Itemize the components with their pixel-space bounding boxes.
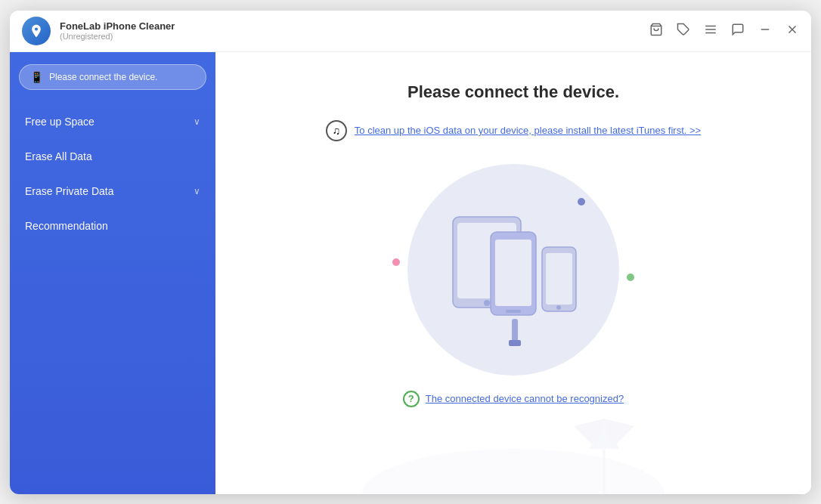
device-btn-label: Please connect the device. — [49, 72, 157, 82]
help-icon: ? — [403, 391, 420, 407]
titlebar-controls — [649, 23, 799, 39]
sidebar-item-erase-all-data[interactable]: Erase All Data — [19, 140, 206, 173]
nav-label-erase-all: Erase All Data — [25, 150, 92, 162]
svg-rect-15 — [546, 253, 572, 305]
menu-icon[interactable] — [704, 23, 717, 39]
background-decoration — [362, 404, 665, 494]
content-area: Please connect the device. ♫ To clean up… — [215, 52, 811, 494]
device-icon: 📱 — [30, 71, 43, 83]
app-title: FoneLab iPhone Cleaner (Unregistered) — [60, 20, 175, 41]
svg-point-16 — [556, 305, 561, 310]
svg-rect-18 — [509, 340, 521, 346]
nav-label-erase-private: Erase Private Data — [25, 185, 114, 197]
titlebar: FoneLab iPhone Cleaner (Unregistered) — [10, 11, 811, 52]
svg-point-10 — [484, 300, 490, 306]
sidebar-item-free-up-space[interactable]: Free up Space ∨ — [19, 105, 206, 138]
itunes-notice: ♫ To clean up the iOS data on your devic… — [326, 120, 701, 141]
sidebar-item-erase-private-data[interactable]: Erase Private Data ∨ — [19, 175, 206, 208]
cart-icon[interactable] — [649, 23, 663, 39]
help-section: ? The connected device cannot be recogni… — [403, 391, 624, 407]
chevron-down-icon: ∨ — [194, 116, 200, 127]
tag-icon[interactable] — [677, 23, 690, 39]
minimize-icon[interactable] — [758, 23, 772, 39]
titlebar-left: FoneLab iPhone Cleaner (Unregistered) — [10, 17, 175, 45]
chat-icon[interactable] — [731, 23, 745, 39]
itunes-icon: ♫ — [326, 120, 347, 141]
svg-rect-12 — [495, 240, 531, 306]
svg-rect-17 — [512, 319, 518, 342]
nav-label-free-up: Free up Space — [25, 116, 94, 128]
svg-rect-13 — [506, 310, 521, 313]
app-icon — [22, 17, 51, 45]
sidebar: 📱 Please connect the device. Free up Spa… — [10, 52, 215, 494]
svg-point-19 — [362, 449, 665, 494]
app-window: FoneLab iPhone Cleaner (Unregistered) — [10, 11, 811, 494]
dot-pink — [392, 258, 400, 266]
sidebar-item-recommendation[interactable]: Recommendation — [19, 209, 206, 243]
illustration — [370, 164, 657, 376]
help-link[interactable]: The connected device cannot be recognize… — [426, 393, 624, 404]
page-title: Please connect the device. — [407, 82, 619, 102]
chevron-down-icon-2: ∨ — [194, 186, 200, 196]
dot-green — [627, 274, 634, 281]
device-connect-button[interactable]: 📱 Please connect the device. — [19, 64, 206, 90]
devices-illustration — [430, 202, 596, 353]
app-title-name: FoneLab iPhone Cleaner — [60, 20, 175, 32]
itunes-link[interactable]: To clean up the iOS data on your device,… — [355, 125, 701, 136]
nav-label-recommendation: Recommendation — [25, 220, 108, 232]
app-title-sub: (Unregistered) — [60, 32, 175, 41]
main-content: 📱 Please connect the device. Free up Spa… — [10, 52, 811, 494]
close-icon[interactable] — [785, 23, 799, 39]
